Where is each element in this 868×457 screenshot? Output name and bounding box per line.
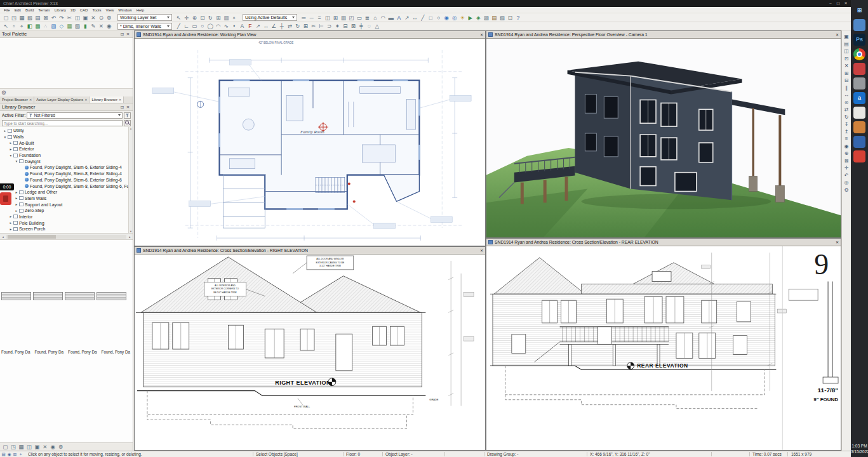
viewport-camera-titlebar[interactable]: SND1914 Ryan and Andrea Residence: Persp… bbox=[486, 31, 841, 39]
status-display-icon[interactable]: ◉ bbox=[6, 451, 12, 457]
rect-polyline-icon[interactable]: ▭ bbox=[190, 22, 199, 30]
align-icon[interactable]: ≡ bbox=[843, 135, 850, 143]
group-icon[interactable]: ⊟ bbox=[342, 22, 350, 30]
close-icon[interactable]: ✕ bbox=[836, 32, 839, 37]
marquee-select-icon[interactable]: ▫ bbox=[10, 22, 18, 30]
library-browser-icon[interactable]: ▤ bbox=[490, 14, 498, 22]
window-tool-icon[interactable]: ⊞ bbox=[331, 14, 340, 22]
make-parallel-icon[interactable]: ∥ bbox=[843, 84, 850, 92]
line-icon[interactable]: ╱ bbox=[175, 22, 183, 30]
taskbar-clock[interactable]: 1:03 PM 3/15/2022 bbox=[851, 444, 868, 454]
fill-window-tool-icon[interactable]: ⊠ bbox=[843, 157, 850, 165]
adjust-materials-icon[interactable]: ▨ bbox=[483, 14, 491, 22]
menu-tools[interactable]: Tools bbox=[92, 7, 101, 13]
expander-icon[interactable]: ▸ bbox=[14, 190, 19, 194]
leader-line-icon[interactable]: ↗ bbox=[403, 14, 411, 22]
save-as-icon[interactable]: ▧ bbox=[26, 14, 34, 22]
right-elevation-canvas[interactable]: ALL INTERIOR AND EXTERIOR CORNERS TO BE … bbox=[135, 255, 485, 450]
rear-elevation-canvas[interactable]: REAR ELEVATION 9 11-7/8" 9" FOUND bbox=[486, 246, 841, 450]
open-object-icon[interactable]: ▣ bbox=[843, 33, 850, 41]
blend-colors-icon[interactable]: ▨ bbox=[50, 22, 58, 30]
walkthrough-icon[interactable]: ▶ bbox=[467, 14, 475, 22]
pattern-icon[interactable]: ▧ bbox=[74, 22, 82, 30]
tree-item-stem-walls[interactable]: ▸ Stem Walls bbox=[0, 195, 133, 202]
delete-icon[interactable]: ✕ bbox=[90, 14, 98, 22]
fixture-tool-icon[interactable]: ◰ bbox=[347, 14, 356, 22]
viewport-right-elevation-titlebar[interactable]: SND1914 Ryan and Andrea Residence: Cross… bbox=[135, 247, 485, 255]
arc-icon[interactable]: ◠ bbox=[215, 22, 223, 30]
tree-item-walls[interactable]: ▾ Walls bbox=[0, 134, 133, 140]
multiple-copy-icon[interactable]: ⊞ bbox=[302, 22, 310, 30]
minimize-button[interactable]: – bbox=[827, 0, 834, 6]
paste-item-icon[interactable]: ▣ bbox=[33, 443, 41, 451]
paste-icon[interactable]: ▣ bbox=[81, 14, 90, 22]
texture-icon[interactable]: ▦ bbox=[65, 22, 74, 30]
active-defaults-dropdown[interactable]: Using Active Defaults bbox=[243, 14, 297, 21]
close-icon[interactable]: ✕ bbox=[119, 98, 121, 102]
stairs-tool-icon[interactable]: ≣ bbox=[363, 14, 371, 22]
close-button[interactable]: ✕ bbox=[842, 0, 850, 6]
layer-set-dropdown[interactable]: Working Layer Set bbox=[117, 14, 172, 21]
help-icon[interactable]: ? bbox=[514, 14, 523, 22]
deck-railing-icon[interactable]: ≡ bbox=[316, 14, 324, 22]
door-tool-icon[interactable]: ◫ bbox=[324, 14, 332, 22]
expander-icon[interactable]: ▾ bbox=[3, 135, 8, 139]
tree-horizontal-scrollbar[interactable]: ◂ ▸ bbox=[0, 234, 133, 240]
taskbar-app-amazon[interactable]: a bbox=[853, 92, 865, 104]
scroll-left-icon[interactable]: ◂ bbox=[0, 235, 6, 239]
cad-circle-icon[interactable]: ○ bbox=[435, 14, 443, 22]
spray-painter-icon[interactable]: ∴ bbox=[42, 22, 50, 30]
close-icon[interactable]: ✕ bbox=[84, 98, 87, 102]
spline-icon[interactable]: ∿ bbox=[222, 22, 230, 30]
pan-tool-icon[interactable]: ✛ bbox=[843, 164, 850, 172]
tab-library-browser[interactable]: Library Browser ✕ bbox=[90, 96, 124, 103]
tree-item-wall-type[interactable]: Found, Pony Daylight, Stem-8, Exterior S… bbox=[0, 171, 133, 177]
tab-project-browser[interactable]: Project Browser ✕ bbox=[0, 96, 34, 103]
elevation-view-icon[interactable]: ◎ bbox=[451, 14, 459, 22]
dock-icon[interactable]: ⊡ bbox=[119, 105, 125, 110]
ceiling-tool-icon[interactable]: ◠ bbox=[379, 14, 387, 22]
scrollbar-thumb[interactable] bbox=[8, 235, 56, 239]
tree-item-zero-step[interactable]: ▸ Zero-Step bbox=[0, 208, 133, 214]
menu-edit[interactable]: Edit bbox=[15, 7, 21, 13]
tree-item-daylight[interactable]: ▾ Daylight bbox=[0, 158, 133, 164]
trim-icon[interactable]: ✂ bbox=[310, 22, 318, 30]
tree-item-as-built[interactable]: ▸ As-Built bbox=[0, 140, 133, 146]
layout-icon[interactable]: ⊡ bbox=[506, 14, 514, 22]
tree-scrollbar[interactable]: ▲ ▼ bbox=[128, 127, 133, 233]
open-palette-icon[interactable]: ◳ bbox=[10, 443, 18, 451]
transform-replicate-icon[interactable]: ⊞ bbox=[843, 70, 850, 77]
print-icon[interactable]: ▤ bbox=[34, 14, 42, 22]
viewport-rear-elevation-titlebar[interactable]: SND1914 Ryan and Andrea Residence: Cross… bbox=[486, 239, 841, 246]
maximize-button[interactable]: ▢ bbox=[834, 0, 842, 6]
close-icon[interactable]: ✕ bbox=[836, 240, 839, 244]
taskbar-start-icon[interactable]: ⊞ bbox=[853, 4, 865, 17]
new-plan-icon[interactable]: ▢ bbox=[2, 14, 10, 22]
expander-icon[interactable]: ▸ bbox=[3, 129, 8, 133]
mirror-icon[interactable]: ⇄ bbox=[286, 22, 294, 30]
taskbar-app-notes[interactable] bbox=[853, 107, 865, 119]
copy-paste-icon[interactable]: ◫ bbox=[843, 48, 850, 55]
taskbar-app-mail[interactable] bbox=[853, 136, 865, 148]
cad-box-icon[interactable]: □ bbox=[427, 14, 435, 22]
object-painter-icon[interactable]: ◧ bbox=[26, 22, 34, 30]
rich-text-icon[interactable]: F bbox=[246, 22, 255, 30]
layer-display-icon[interactable]: ▥ bbox=[222, 14, 230, 22]
wall-preview-thumbnail[interactable] bbox=[1, 292, 31, 300]
expander-icon[interactable]: ▸ bbox=[14, 202, 19, 206]
new-palette-icon[interactable]: ▢ bbox=[1, 443, 10, 451]
settings-tool-icon[interactable]: ⚙ bbox=[843, 187, 850, 194]
layer-eye-icon[interactable]: ◎ bbox=[843, 179, 850, 187]
expander-icon[interactable]: ▸ bbox=[8, 147, 13, 151]
wall-preview-thumbnail[interactable] bbox=[65, 292, 95, 300]
object-layer-icon[interactable]: ▤ bbox=[843, 41, 850, 48]
status-snap-icon[interactable]: ⌖ bbox=[18, 451, 23, 457]
tree-item-screen-porch[interactable]: ▸ Screen Porch bbox=[0, 226, 133, 232]
menu-window[interactable]: Window bbox=[118, 7, 131, 13]
library-search-input[interactable] bbox=[2, 120, 123, 126]
delete-item-icon[interactable]: ✕ bbox=[41, 443, 50, 451]
taskbar-app-chrome[interactable] bbox=[853, 48, 865, 60]
save-plan-icon[interactable]: ▦ bbox=[18, 14, 26, 22]
multiple-copy-tool-icon[interactable]: ⊟ bbox=[843, 77, 850, 84]
wall-preview-thumbnail[interactable] bbox=[97, 292, 126, 300]
